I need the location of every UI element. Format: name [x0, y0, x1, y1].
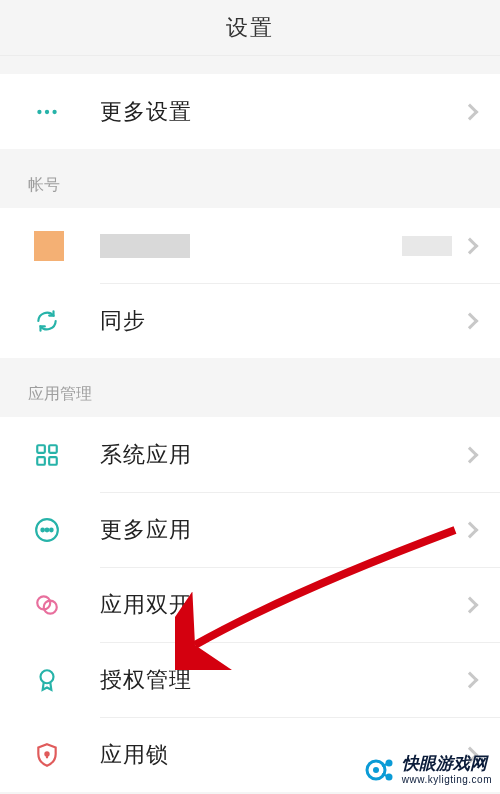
item-dual-apps[interactable]: 应用双开 [0, 567, 500, 642]
item-label: 更多应用 [100, 515, 464, 545]
svg-point-8 [41, 528, 44, 531]
chevron-right-icon [462, 237, 479, 254]
item-profile[interactable] [0, 208, 500, 283]
svg-rect-3 [37, 445, 45, 453]
item-label: 更多设置 [100, 97, 464, 127]
item-more-apps[interactable]: 更多应用 [0, 492, 500, 567]
svg-point-1 [45, 109, 49, 113]
svg-rect-6 [49, 457, 57, 465]
watermark-icon [364, 754, 396, 786]
sync-icon [34, 308, 100, 334]
svg-rect-5 [37, 457, 45, 465]
svg-point-14 [45, 752, 48, 755]
watermark: 快眼游戏网 www.kyligting.com [364, 754, 492, 786]
avatar [34, 231, 100, 261]
chevron-right-icon [462, 671, 479, 688]
svg-point-18 [385, 760, 392, 767]
shield-lock-icon [34, 742, 100, 768]
badge-icon [34, 667, 100, 693]
svg-point-19 [385, 774, 392, 781]
more-circle-icon [34, 517, 100, 543]
grid-icon [34, 442, 100, 468]
list-apps: 系统应用 更多应用 应用双开 授权管理 [0, 417, 500, 792]
item-permissions[interactable]: 授权管理 [0, 642, 500, 717]
header-bar: 设置 [0, 0, 500, 56]
spacer [0, 149, 500, 159]
svg-point-10 [50, 528, 53, 531]
more-icon [34, 99, 100, 125]
chevron-right-icon [462, 521, 479, 538]
svg-rect-4 [49, 445, 57, 453]
watermark-title: 快眼游戏网 [402, 755, 492, 774]
item-more-settings[interactable]: 更多设置 [0, 74, 500, 149]
item-label: 应用双开 [100, 590, 464, 620]
dual-circle-icon [34, 592, 100, 618]
section-header-account: 帐号 [0, 159, 500, 208]
svg-point-9 [46, 528, 49, 531]
item-system-apps[interactable]: 系统应用 [0, 417, 500, 492]
item-label: 授权管理 [100, 665, 464, 695]
chevron-right-icon [462, 103, 479, 120]
list-account: 同步 [0, 208, 500, 358]
watermark-url: www.kyligting.com [402, 774, 492, 785]
item-sync[interactable]: 同步 [0, 283, 500, 358]
svg-point-13 [41, 670, 54, 683]
page-title: 设置 [226, 13, 274, 43]
chevron-right-icon [462, 312, 479, 329]
list-general: 更多设置 [0, 74, 500, 149]
section-header-apps: 应用管理 [0, 368, 500, 417]
spacer [0, 56, 500, 74]
svg-point-2 [52, 109, 56, 113]
svg-point-17 [373, 767, 379, 773]
item-label: 同步 [100, 306, 464, 336]
profile-right-blurred [402, 236, 452, 256]
item-label: 系统应用 [100, 440, 464, 470]
svg-point-0 [37, 109, 41, 113]
spacer [0, 358, 500, 368]
chevron-right-icon [462, 596, 479, 613]
profile-name-blurred [100, 234, 402, 258]
chevron-right-icon [462, 446, 479, 463]
